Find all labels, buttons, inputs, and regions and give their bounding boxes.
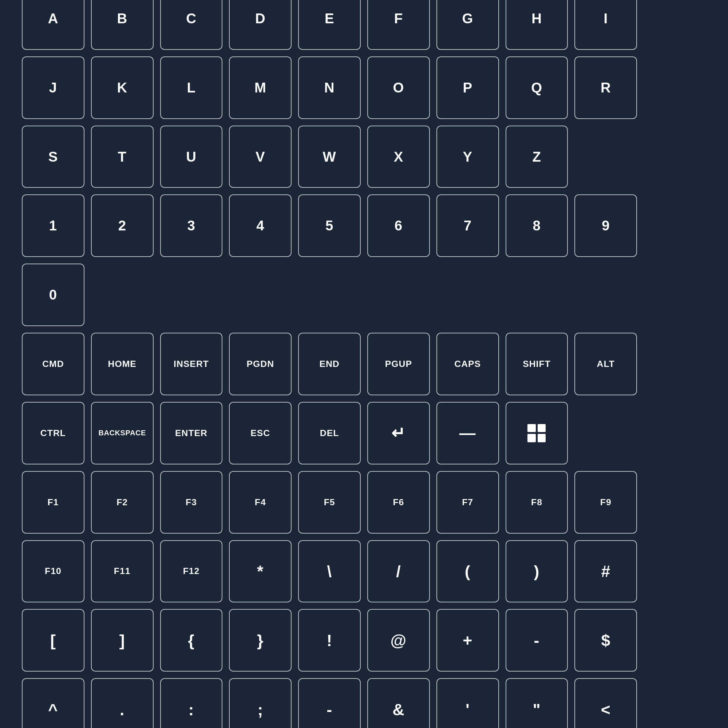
key-PGUP[interactable]: PGUP [367, 333, 430, 395]
key-empty [298, 263, 361, 326]
key-F7[interactable]: F7 [436, 471, 499, 534]
key-^[interactable]: ^ [22, 678, 84, 728]
key-1[interactable]: 1 [22, 194, 84, 257]
key-HOME[interactable]: HOME [91, 333, 154, 395]
key-{[interactable]: { [160, 609, 223, 671]
key-<[interactable]: < [574, 678, 637, 728]
key-$[interactable]: $ [574, 609, 637, 671]
key-ENTER[interactable]: ENTER [160, 402, 223, 465]
key-M[interactable]: M [229, 57, 292, 119]
key-"[interactable]: " [506, 678, 568, 728]
key-F5[interactable]: F5 [298, 471, 361, 534]
key-F6[interactable]: F6 [367, 471, 430, 534]
key-/[interactable]: / [367, 540, 430, 603]
key-\[interactable]: \ [298, 540, 361, 603]
key-U[interactable]: U [160, 125, 223, 188]
key-T[interactable]: T [91, 125, 154, 188]
key-SHIFT[interactable]: SHIFT [506, 333, 568, 395]
key-&[interactable]: & [367, 678, 430, 728]
windows-icon [528, 424, 546, 442]
key-F12[interactable]: F12 [160, 540, 223, 603]
key-@[interactable]: @ [367, 609, 430, 671]
key-empty [644, 402, 706, 465]
key-#[interactable]: # [574, 540, 637, 603]
key-X[interactable]: X [367, 125, 430, 188]
key-F3[interactable]: F3 [160, 471, 223, 534]
keyboard-grid: ABCDEFGHIJKLMNOPQRSTUVWXYZ1234567890CMDH… [7, 0, 721, 728]
key-6[interactable]: 6 [367, 194, 430, 257]
key-I[interactable]: I [574, 0, 637, 50]
key-)[interactable]: ) [506, 540, 568, 603]
key-CMD[interactable]: CMD [22, 333, 84, 395]
key-F4[interactable]: F4 [229, 471, 292, 534]
key-O[interactable]: O [367, 57, 430, 119]
key-F11[interactable]: F11 [91, 540, 154, 603]
key-F10[interactable]: F10 [22, 540, 84, 603]
key-S[interactable]: S [22, 125, 84, 188]
key-B[interactable]: B [91, 0, 154, 50]
key-![interactable]: ! [298, 609, 361, 671]
key-END[interactable]: END [298, 333, 361, 395]
key-empty [644, 263, 706, 326]
key-empty [574, 263, 637, 326]
key-W[interactable]: W [298, 125, 361, 188]
key-H[interactable]: H [506, 0, 568, 50]
key-empty [644, 125, 706, 188]
key-BACKSPACE[interactable]: BACKSPACE [91, 402, 154, 465]
key-.[interactable]: . [91, 678, 154, 728]
key-ALT[interactable]: ALT [574, 333, 637, 395]
key-D[interactable]: D [229, 0, 292, 50]
key-7[interactable]: 7 [436, 194, 499, 257]
key-INSERT[interactable]: INSERT [160, 333, 223, 395]
key-*[interactable]: * [229, 540, 292, 603]
key-2[interactable]: 2 [91, 194, 154, 257]
key-V[interactable]: V [229, 125, 292, 188]
key-F2[interactable]: F2 [91, 471, 154, 534]
key-F9[interactable]: F9 [574, 471, 637, 534]
key-F1[interactable]: F1 [22, 471, 84, 534]
key-P[interactable]: P [436, 57, 499, 119]
key-↵[interactable]: ↵ [367, 402, 430, 465]
key-F8[interactable]: F8 [506, 471, 568, 534]
key-L[interactable]: L [160, 57, 223, 119]
key-E[interactable]: E [298, 0, 361, 50]
key-ESC[interactable]: ESC [229, 402, 292, 465]
key-'[interactable]: ' [436, 678, 499, 728]
key-([interactable]: ( [436, 540, 499, 603]
key-0[interactable]: 0 [22, 263, 84, 326]
key-[[interactable]: [ [22, 609, 84, 671]
key-empty [160, 263, 223, 326]
key-PGDN[interactable]: PGDN [229, 333, 292, 395]
key-—[interactable]: — [436, 402, 499, 465]
key-3[interactable]: 3 [160, 194, 223, 257]
key-win[interactable] [506, 402, 568, 465]
key-N[interactable]: N [298, 57, 361, 119]
key-R[interactable]: R [574, 57, 637, 119]
key-CAPS[interactable]: CAPS [436, 333, 499, 395]
key-empty [574, 125, 637, 188]
key-empty [644, 333, 706, 395]
key-F[interactable]: F [367, 0, 430, 50]
key--[interactable]: - [506, 609, 568, 671]
key-}[interactable]: } [229, 609, 292, 671]
key-A[interactable]: A [22, 0, 84, 50]
key-:[interactable]: : [160, 678, 223, 728]
key-Z[interactable]: Z [506, 125, 568, 188]
key--[interactable]: - [298, 678, 361, 728]
key-C[interactable]: C [160, 0, 223, 50]
key-][interactable]: ] [91, 609, 154, 671]
key-CTRL[interactable]: CTRL [22, 402, 84, 465]
key-empty [436, 263, 499, 326]
key-DEL[interactable]: DEL [298, 402, 361, 465]
key-8[interactable]: 8 [506, 194, 568, 257]
key-J[interactable]: J [22, 57, 84, 119]
key-Q[interactable]: Q [506, 57, 568, 119]
key-9[interactable]: 9 [574, 194, 637, 257]
key-;[interactable]: ; [229, 678, 292, 728]
key-G[interactable]: G [436, 0, 499, 50]
key-K[interactable]: K [91, 57, 154, 119]
key-+[interactable]: + [436, 609, 499, 671]
key-5[interactable]: 5 [298, 194, 361, 257]
key-4[interactable]: 4 [229, 194, 292, 257]
key-Y[interactable]: Y [436, 125, 499, 188]
